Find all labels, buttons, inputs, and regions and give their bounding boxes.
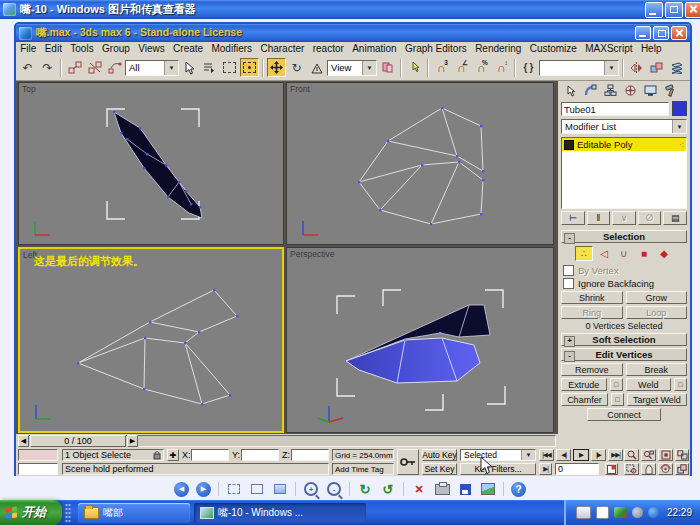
reference-coordinate-dropdown[interactable]: View ▼ bbox=[327, 60, 377, 76]
help-icon[interactable]: ? bbox=[511, 482, 526, 497]
language-bar-icon[interactable] bbox=[576, 506, 591, 519]
remove-modifier-icon[interactable]: ∅ bbox=[638, 211, 662, 225]
taskbar-item-folder[interactable]: 嘴部 bbox=[78, 503, 190, 523]
object-color-swatch[interactable] bbox=[672, 101, 687, 116]
max-close-icon[interactable] bbox=[671, 26, 687, 40]
chevron-down-icon[interactable]: ▼ bbox=[521, 450, 535, 460]
border-mode-icon[interactable]: ∪ bbox=[615, 246, 633, 261]
weld-settings-icon[interactable]: □ bbox=[674, 378, 687, 391]
previous-image-icon[interactable]: ◀ bbox=[174, 482, 189, 497]
key-mode-toggle-icon[interactable] bbox=[605, 463, 618, 475]
tab-motion-icon[interactable] bbox=[621, 83, 640, 98]
zoom-out-icon[interactable]: - bbox=[326, 481, 342, 497]
tab-hierarchy-icon[interactable] bbox=[601, 83, 620, 98]
next-frame-arrow-icon[interactable]: ▶ bbox=[127, 435, 138, 447]
go-to-end-icon[interactable]: ▶▶| bbox=[608, 449, 623, 461]
zoom-extents-all-icon[interactable] bbox=[675, 449, 689, 461]
bind-to-spacewarp-icon[interactable] bbox=[105, 58, 124, 77]
print-icon[interactable] bbox=[434, 481, 450, 497]
configure-modifier-icon[interactable]: ▤ bbox=[663, 211, 687, 225]
polygon-mode-icon[interactable]: ■ bbox=[635, 246, 653, 261]
tab-display-icon[interactable] bbox=[641, 83, 660, 98]
viewport-left[interactable]: Left 这是最后的调节效果。 bbox=[18, 247, 284, 433]
rectangular-selection-region-icon[interactable] bbox=[220, 58, 239, 77]
rotate-clockwise-icon[interactable]: ↻ bbox=[357, 481, 373, 497]
pin-stack-icon[interactable]: ⊢ bbox=[561, 211, 585, 225]
make-unique-icon[interactable]: ∨ bbox=[612, 211, 636, 225]
key-mode-dropdown[interactable]: Selected ▼ bbox=[460, 449, 536, 461]
best-fit-icon[interactable] bbox=[226, 481, 242, 497]
weld-button[interactable]: Weld bbox=[626, 378, 672, 391]
grow-button[interactable]: Grow bbox=[626, 291, 688, 304]
snap-toggle-3d-icon[interactable]: ∩3 bbox=[432, 58, 451, 77]
select-by-name-icon[interactable] bbox=[200, 58, 219, 77]
close-icon[interactable] bbox=[685, 2, 700, 18]
selection-lock-icon[interactable] bbox=[153, 450, 161, 460]
menu-character[interactable]: Character bbox=[256, 43, 308, 54]
set-key-button[interactable]: Set Key bbox=[422, 463, 457, 475]
chamfer-button[interactable]: Chamfer bbox=[561, 393, 608, 406]
by-vertex-checkbox[interactable] bbox=[563, 265, 574, 276]
redo-icon[interactable]: ↷ bbox=[38, 58, 57, 77]
menu-animation[interactable]: Animation bbox=[348, 43, 401, 54]
rollout-edit-vertices[interactable]: - Edit Vertices bbox=[561, 348, 687, 361]
tab-modify-icon[interactable] bbox=[581, 83, 600, 98]
next-image-icon[interactable]: ▶ bbox=[196, 482, 211, 497]
named-selection-sets-icon[interactable]: { } bbox=[519, 58, 538, 77]
spinner-snap-icon[interactable]: ∩↕ bbox=[492, 58, 511, 77]
restore-icon[interactable] bbox=[665, 2, 683, 18]
zoom-all-icon[interactable] bbox=[641, 449, 656, 461]
modifier-stack[interactable]: Editable Poly ·: bbox=[561, 137, 687, 209]
auto-key-button[interactable]: Auto Key bbox=[422, 449, 457, 461]
mirror-icon[interactable] bbox=[627, 58, 646, 77]
menu-graph-editors[interactable]: Graph Editors bbox=[401, 43, 471, 54]
ring-button[interactable]: Ring bbox=[561, 306, 623, 319]
menu-views[interactable]: Views bbox=[134, 43, 169, 54]
tab-create-icon[interactable] bbox=[561, 83, 580, 98]
selection-filter-dropdown[interactable]: All ▼ bbox=[125, 60, 179, 76]
connect-button[interactable]: Connect bbox=[587, 408, 661, 421]
chevron-down-icon[interactable]: ▼ bbox=[604, 61, 618, 75]
previous-frame-icon[interactable]: ◀| bbox=[556, 449, 571, 461]
edit-image-icon[interactable] bbox=[480, 481, 496, 497]
select-and-rotate-icon[interactable]: ↻ bbox=[287, 58, 306, 77]
slideshow-icon[interactable] bbox=[272, 481, 288, 497]
volume-icon[interactable] bbox=[632, 507, 643, 518]
element-mode-icon[interactable]: ◆ bbox=[655, 246, 673, 261]
taskbar-item-viewer[interactable]: 嘴-10 - Windows ... bbox=[194, 503, 366, 523]
extrude-settings-icon[interactable]: □ bbox=[610, 378, 623, 391]
viewport-front[interactable]: Front bbox=[286, 82, 554, 245]
viewport-top[interactable]: Top bbox=[18, 82, 284, 245]
viewport-left-canvas[interactable] bbox=[20, 249, 282, 431]
viewport-perspective-canvas[interactable] bbox=[287, 248, 555, 434]
remove-button[interactable]: Remove bbox=[561, 363, 623, 376]
named-selection-dropdown[interactable]: ▼ bbox=[539, 60, 619, 76]
expand-icon[interactable]: + bbox=[564, 336, 575, 347]
rollout-selection[interactable]: - Selection bbox=[561, 230, 687, 243]
menu-file[interactable]: File bbox=[16, 43, 41, 54]
chevron-down-icon[interactable]: ▼ bbox=[164, 61, 178, 75]
viewport-perspective[interactable]: Perspective bbox=[286, 247, 554, 433]
align-icon[interactable] bbox=[647, 58, 666, 77]
go-to-end-small-icon[interactable]: ▶| bbox=[539, 463, 552, 475]
modifier-stack-item[interactable]: Editable Poly ·: bbox=[562, 138, 686, 151]
window-crossing-toggle-icon[interactable] bbox=[240, 58, 259, 77]
y-coordinate-field[interactable] bbox=[241, 449, 279, 461]
use-pivot-center-icon[interactable] bbox=[378, 58, 397, 77]
menu-maxscript[interactable]: MAXScript bbox=[581, 43, 637, 54]
tab-utilities-icon[interactable] bbox=[661, 83, 680, 98]
select-and-move-icon[interactable] bbox=[267, 58, 286, 77]
actual-size-icon[interactable] bbox=[249, 481, 265, 497]
zoom-in-icon[interactable]: + bbox=[303, 481, 319, 497]
rollout-soft-selection[interactable]: + Soft Selection bbox=[561, 333, 687, 346]
select-and-manipulate-icon[interactable] bbox=[405, 58, 424, 77]
zoom-extents-icon[interactable] bbox=[658, 449, 673, 461]
viewport-top-canvas[interactable] bbox=[19, 83, 285, 246]
menu-create[interactable]: Create bbox=[169, 43, 207, 54]
menu-reactor[interactable]: reactor bbox=[309, 43, 349, 54]
unlink-icon[interactable] bbox=[85, 58, 104, 77]
max-maximize-icon[interactable] bbox=[653, 26, 669, 40]
chevron-down-icon[interactable]: ▼ bbox=[362, 61, 376, 75]
menu-help[interactable]: Help bbox=[637, 43, 666, 54]
key-filters-button[interactable]: Key Filters... bbox=[460, 463, 536, 475]
